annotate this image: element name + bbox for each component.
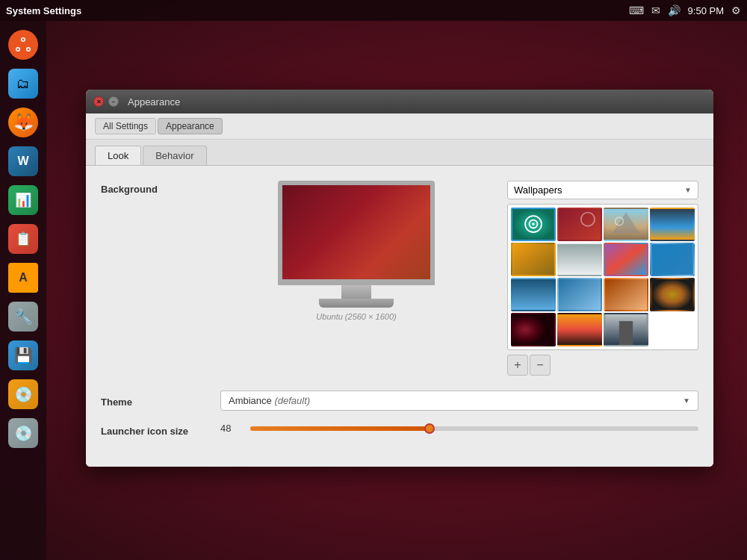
storage-icon: 💾 bbox=[8, 340, 38, 370]
theme-dropdown-value: Ambiance (default) bbox=[229, 395, 310, 406]
breadcrumb-appearance[interactable]: Appearance bbox=[158, 118, 223, 134]
clock: 9:50 PM bbox=[688, 5, 724, 16]
close-button[interactable]: ✕ bbox=[93, 96, 104, 107]
launcher-item-dvd[interactable]: 💿 bbox=[5, 376, 41, 412]
svg-rect-18 bbox=[560, 244, 601, 275]
wallpaper-section: Wallpapers ▼ bbox=[507, 181, 698, 376]
svg-point-5 bbox=[17, 49, 19, 51]
files-icon: 🗂 bbox=[8, 69, 38, 99]
volume-icon: 🔊 bbox=[668, 4, 681, 16]
svg-rect-20 bbox=[652, 244, 693, 275]
panel-title: System Settings bbox=[6, 5, 81, 16]
chevron-down-icon: ▼ bbox=[684, 186, 692, 194]
impress-icon: 📋 bbox=[8, 224, 38, 254]
breadcrumb-bar: All Settings Appearance bbox=[86, 113, 713, 140]
launcher-item-calc[interactable]: 📊 bbox=[5, 182, 41, 218]
launcher-item-amazon[interactable]: A bbox=[5, 260, 41, 296]
launcher-item-ubuntu[interactable] bbox=[5, 27, 41, 63]
wallpaper-item[interactable] bbox=[557, 313, 602, 346]
panel-left: System Settings bbox=[6, 5, 81, 16]
launcher-icon-size-label: Launcher icon size bbox=[101, 423, 220, 437]
dvd-icon: 💿 bbox=[8, 379, 38, 409]
wallpaper-item[interactable] bbox=[604, 278, 648, 311]
svg-rect-25 bbox=[652, 279, 693, 310]
add-wallpaper-button[interactable]: + bbox=[507, 355, 528, 376]
appearance-window: ✕ − Appearance All Settings Appearance L… bbox=[86, 90, 713, 467]
slider-track bbox=[250, 426, 698, 431]
breadcrumb-all-settings[interactable]: All Settings bbox=[95, 118, 156, 134]
theme-default-label: (default) bbox=[274, 395, 310, 406]
svg-point-6 bbox=[28, 49, 30, 51]
wallpaper-item[interactable] bbox=[511, 313, 556, 346]
launcher-item-files[interactable]: 🗂 bbox=[5, 66, 41, 102]
svg-rect-11 bbox=[560, 209, 601, 240]
theme-name: Ambiance bbox=[229, 395, 272, 406]
monitor-neck bbox=[341, 285, 371, 299]
svg-rect-27 bbox=[560, 314, 601, 345]
monitor-screen bbox=[278, 181, 435, 285]
svg-rect-16 bbox=[652, 209, 693, 240]
writer-icon: W bbox=[8, 146, 38, 176]
wallpaper-grid bbox=[507, 204, 698, 350]
monitor-label: Ubuntu (2560 × 1600) bbox=[316, 312, 396, 321]
tab-look[interactable]: Look bbox=[95, 146, 141, 165]
svg-rect-29 bbox=[619, 321, 633, 345]
wallpaper-item[interactable] bbox=[650, 278, 695, 311]
svg-point-10 bbox=[532, 223, 535, 225]
wallpaper-item[interactable] bbox=[650, 208, 695, 241]
launcher-item-dvd2[interactable]: 💿 bbox=[5, 415, 41, 451]
svg-rect-17 bbox=[513, 244, 554, 275]
dvd2-icon: 💿 bbox=[8, 418, 38, 448]
svg-rect-22 bbox=[560, 279, 601, 310]
wallpaper-dropdown[interactable]: Wallpapers ▼ bbox=[507, 181, 698, 199]
content-panel: Background Ubuntu (2560 × 1600) bbox=[86, 165, 713, 467]
wallpaper-item[interactable] bbox=[604, 313, 648, 346]
monitor-screen-inner bbox=[282, 185, 430, 279]
window-title: Appearance bbox=[128, 96, 706, 108]
launcher-item-settings[interactable]: 🔧 bbox=[5, 299, 41, 335]
wallpaper-item[interactable] bbox=[557, 208, 602, 241]
remove-wallpaper-button[interactable]: − bbox=[530, 355, 551, 376]
launcher-item-storage[interactable]: 💾 bbox=[5, 337, 41, 373]
wallpaper-item[interactable] bbox=[557, 243, 602, 276]
svg-point-4 bbox=[22, 39, 25, 41]
wallpaper-item[interactable] bbox=[511, 243, 556, 276]
launcher: 🗂 🦊 W 📊 📋 A 🔧 💾 💿 💿 bbox=[0, 21, 46, 560]
main-content: Look Behavior Background bbox=[86, 140, 713, 467]
wallpaper-item[interactable] bbox=[557, 278, 602, 311]
wallpaper-item[interactable] bbox=[511, 278, 556, 311]
svg-rect-21 bbox=[513, 279, 554, 310]
svg-rect-19 bbox=[606, 244, 647, 275]
launcher-item-impress[interactable]: 📋 bbox=[5, 221, 41, 257]
tab-behavior[interactable]: Behavior bbox=[143, 146, 206, 165]
theme-dropdown[interactable]: Ambiance (default) ▼ bbox=[220, 391, 698, 411]
minimize-button[interactable]: − bbox=[108, 96, 119, 107]
slider-thumb[interactable] bbox=[424, 423, 435, 434]
wallpaper-item[interactable] bbox=[511, 208, 556, 241]
mail-icon: ✉ bbox=[651, 4, 660, 16]
monitor bbox=[278, 181, 435, 308]
top-panel: System Settings ⌨ ✉ 🔊 9:50 PM ⚙ bbox=[0, 0, 747, 21]
svg-rect-26 bbox=[513, 314, 554, 345]
tab-bar: Look Behavior bbox=[86, 140, 713, 165]
theme-label: Theme bbox=[101, 393, 220, 408]
wallpaper-actions: + − bbox=[507, 355, 698, 376]
wallpaper-dropdown-value: Wallpapers bbox=[514, 184, 562, 196]
slider-fill bbox=[250, 426, 430, 431]
launcher-item-firefox[interactable]: 🦊 bbox=[5, 105, 41, 140]
theme-chevron-down-icon: ▼ bbox=[683, 396, 690, 405]
slider-value: 48 bbox=[220, 423, 243, 434]
power-icon: ⚙ bbox=[731, 4, 741, 16]
ubuntu-icon bbox=[8, 30, 38, 60]
launcher-item-writer[interactable]: W bbox=[5, 143, 41, 179]
wallpaper-item[interactable] bbox=[604, 208, 648, 241]
background-label: Background bbox=[101, 181, 220, 195]
wallpaper-item[interactable] bbox=[604, 243, 648, 276]
panel-right: ⌨ ✉ 🔊 9:50 PM ⚙ bbox=[629, 4, 741, 16]
settings-icon: 🔧 bbox=[8, 302, 38, 332]
svg-rect-23 bbox=[606, 279, 647, 310]
calc-icon: 📊 bbox=[8, 185, 38, 215]
theme-section: Theme Ambiance (default) ▼ bbox=[101, 391, 698, 411]
firefox-icon: 🦊 bbox=[8, 108, 38, 137]
wallpaper-item[interactable] bbox=[650, 243, 695, 276]
